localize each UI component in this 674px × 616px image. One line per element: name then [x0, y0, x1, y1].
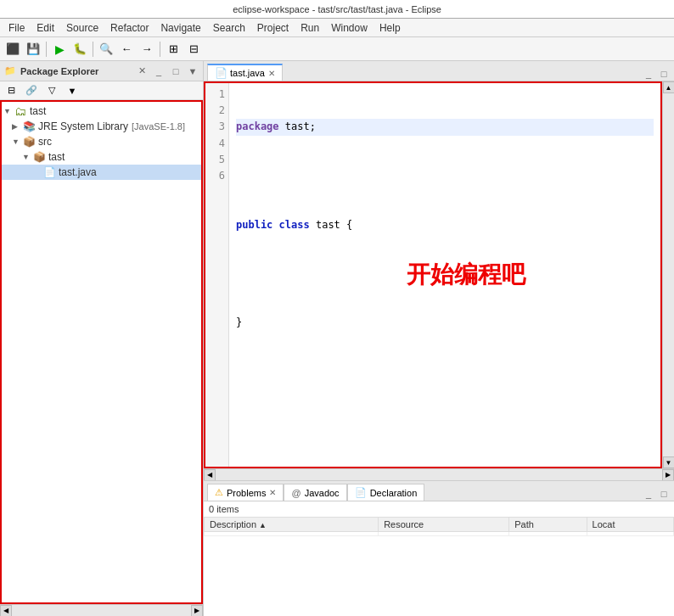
menu-run[interactable]: Run [295, 20, 324, 36]
pkg-explorer-icon: 📁 [3, 64, 17, 78]
right-panel: 📄 tast.java ✕ _ □ 1 2 [204, 61, 674, 616]
line-numbers: 1 2 3 4 5 6 [205, 83, 229, 467]
bottom-tab-right-controls: _ □ [642, 487, 674, 501]
editor-tabs: 📄 tast.java ✕ _ □ [204, 61, 674, 81]
code-content[interactable]: package tast; public class tast { } 开始编程… [229, 83, 660, 467]
package-explorer-header: 📁 Package Explorer ✕ _ □ ▼ [0, 61, 203, 81]
editor-hscroll-left[interactable]: ◀ [204, 469, 216, 481]
tree-label-tast-pkg: tast [48, 151, 65, 163]
menu-project[interactable]: Project [252, 20, 294, 36]
problems-tab-label: Problems [227, 488, 266, 498]
menu-bar: File Edit Source Refactor Navigate Searc… [0, 19, 674, 37]
toolbar-forward[interactable]: → [138, 40, 156, 59]
bottom-tab-problems[interactable]: ⚠ Problems ✕ [207, 484, 284, 501]
menu-search[interactable]: Search [208, 20, 250, 36]
toolbar-new[interactable]: ⬛ [3, 40, 22, 59]
editor-tab-right-controls: _ □ [642, 67, 674, 81]
line-num-3: 3 [209, 119, 225, 135]
toolbar-layout[interactable]: ⊟ [184, 40, 203, 59]
tree-menu-btn[interactable]: ▼ [63, 81, 81, 100]
menu-source[interactable]: Source [61, 20, 104, 36]
jre-icon: 📚 [22, 120, 36, 133]
left-hscroll[interactable]: ◀ ▶ [0, 604, 203, 616]
vscroll-down-btn[interactable]: ▼ [663, 456, 675, 468]
col-location: Locat [587, 518, 673, 532]
tree-item-src[interactable]: ▼ 📦 src [2, 134, 201, 149]
editor-hscroll-right[interactable]: ▶ [662, 469, 674, 481]
tree-label-jre: JRE System Library [38, 120, 128, 132]
menu-navigate[interactable]: Navigate [155, 20, 205, 36]
tree-item-tast-project[interactable]: ▼ 🗂 tast [2, 104, 201, 119]
toolbar: ⬛ 💾 ▶ 🐛 🔍 ← → ⊞ ⊟ [0, 37, 674, 61]
package-tree: ▼ 🗂 tast ▶ 📚 JRE System Library [JavaSE-… [0, 100, 203, 604]
menu-edit[interactable]: Edit [31, 20, 59, 36]
problems-table: Description ▲ Resource Path Locat [204, 517, 674, 536]
menu-help[interactable]: Help [374, 20, 406, 36]
line-num-6: 6 [209, 168, 225, 184]
problems-table-body [205, 532, 674, 536]
editor-maximize-btn[interactable]: □ [657, 67, 671, 81]
toolbar-sep2 [93, 42, 93, 57]
left-scroll-track[interactable] [12, 605, 191, 616]
left-scroll-left[interactable]: ◀ [0, 605, 12, 617]
code-editor[interactable]: 1 2 3 4 5 6 package tast; public class t [204, 81, 662, 468]
right-vscroll[interactable]: ▲ ▼ [662, 81, 674, 468]
menu-refactor[interactable]: Refactor [105, 20, 154, 36]
tree-filter-btn[interactable]: ▽ [42, 81, 61, 100]
tree-arrow-src: ▼ [12, 137, 22, 146]
pkg-explorer-toolbar: ⊟ 🔗 ▽ ▼ [0, 81, 203, 100]
editor-tab-label: tast.java [230, 68, 265, 78]
editor-minimize-btn[interactable]: _ [642, 67, 655, 81]
package-explorer-title: Package Explorer [20, 66, 132, 76]
tree-label-src: src [38, 136, 52, 148]
problems-tab-close[interactable]: ✕ [269, 488, 276, 497]
pkg-maximize-icon[interactable]: □ [169, 64, 183, 78]
src-icon: 📦 [22, 135, 36, 148]
editor-tab-tast-java[interactable]: 📄 tast.java ✕ [207, 64, 283, 81]
line-num-1: 1 [209, 87, 225, 103]
java-file-icon: 📄 [42, 165, 56, 179]
menu-file[interactable]: File [3, 20, 30, 36]
pkg-minimize-icon[interactable]: _ [152, 64, 166, 78]
bottom-minimize-btn[interactable]: _ [642, 487, 655, 501]
bottom-tab-javadoc[interactable]: @ Javadoc [284, 484, 346, 501]
bottom-tabs: ⚠ Problems ✕ @ Javadoc 📄 Declaration _ □ [204, 481, 674, 501]
tab-close-btn[interactable]: ✕ [268, 69, 275, 78]
tree-item-tast-pkg[interactable]: ▼ 📦 tast [2, 149, 201, 165]
javadoc-tab-label: Javadoc [305, 488, 340, 498]
problems-count: 0 items [204, 501, 674, 517]
vscroll-up-btn[interactable]: ▲ [663, 81, 675, 93]
code-line-1: package tast; [236, 119, 654, 135]
problems-table-header: Description ▲ Resource Path Locat [205, 518, 674, 532]
toolbar-sep3 [160, 42, 160, 57]
toolbar-run[interactable]: ▶ [50, 40, 69, 59]
vscroll-track[interactable] [663, 93, 674, 456]
line-num-2: 2 [209, 103, 225, 119]
tree-label-tast-project: tast [30, 105, 46, 117]
problems-table-empty-row [205, 532, 674, 536]
collapse-all-btn[interactable]: ⊟ [2, 81, 20, 100]
toolbar-search[interactable]: 🔍 [97, 40, 115, 59]
code-editor-inner: 1 2 3 4 5 6 package tast; public class t [205, 83, 660, 467]
toolbar-save[interactable]: 💾 [24, 40, 42, 59]
code-line-4 [236, 266, 654, 282]
editor-hscroll[interactable]: ◀ ▶ [204, 468, 674, 480]
pkg-close-icon[interactable]: ✕ [135, 64, 149, 78]
title-bar: eclipse-workspace - tast/src/tast/tast.j… [0, 0, 674, 19]
toolbar-perspective[interactable]: ⊞ [164, 40, 183, 59]
pkg-menu-icon[interactable]: ▼ [186, 64, 199, 78]
package-explorer-panel: 📁 Package Explorer ✕ _ □ ▼ ⊟ 🔗 ▽ ▼ ▼ 🗂 t… [0, 61, 204, 616]
left-scroll-right[interactable]: ▶ [191, 605, 203, 617]
tree-item-jre[interactable]: ▶ 📚 JRE System Library [JavaSE-1.8] [2, 119, 201, 134]
tree-item-tast-java[interactable]: 📄 tast.java [2, 165, 201, 180]
bottom-tab-declaration[interactable]: 📄 Declaration [347, 484, 425, 501]
bottom-maximize-btn[interactable]: □ [657, 487, 671, 501]
javadoc-tab-icon: @ [291, 488, 300, 498]
editor-hscroll-track[interactable] [216, 469, 662, 480]
toolbar-debug[interactable]: 🐛 [70, 40, 89, 59]
link-editor-btn[interactable]: 🔗 [22, 81, 41, 100]
tree-label-tast-java: tast.java [59, 166, 97, 178]
toolbar-back[interactable]: ← [117, 40, 136, 59]
menu-window[interactable]: Window [326, 20, 373, 36]
code-line-5: } [236, 315, 654, 331]
